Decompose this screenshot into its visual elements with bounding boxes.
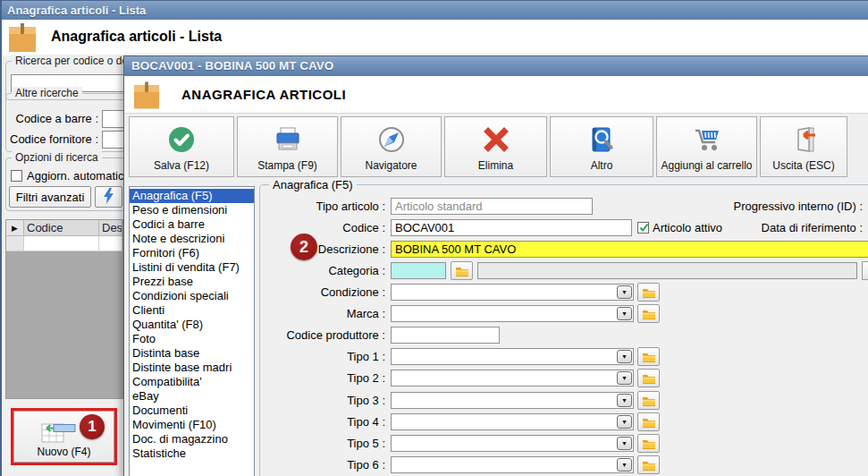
- section-item-distinta-base[interactable]: Distinta base: [130, 346, 254, 361]
- categoria-extra-button[interactable]: [862, 261, 868, 280]
- new-record-icon: [39, 419, 79, 444]
- tipo5-folder-button[interactable]: [637, 434, 660, 453]
- checkmark-icon: [638, 222, 650, 234]
- section-item-compatibilita[interactable]: Compatibilita': [130, 375, 254, 389]
- section-item-distinte-base-madri[interactable]: Distinte base madri: [130, 361, 254, 375]
- tipo2-folder-button[interactable]: [637, 369, 660, 387]
- search-group-label: Ricerca per codice o des: [12, 55, 137, 67]
- section-item-foto[interactable]: Foto: [130, 332, 254, 346]
- quick-search-button[interactable]: [95, 186, 122, 208]
- tipo1-select[interactable]: ▼: [391, 348, 634, 365]
- tipo3-label: Tipo 3 :: [249, 392, 385, 409]
- section-item-codici-a-barre[interactable]: Codici a barre: [130, 217, 254, 232]
- codice-produttore-label: Codice produttore :: [249, 327, 385, 344]
- other-button[interactable]: Altro: [550, 116, 653, 177]
- section-item-peso-e-dimensioni[interactable]: Peso e dimensioni: [130, 203, 254, 217]
- dialog-header: ANAGRAFICA ARTICOLI: [124, 76, 868, 114]
- red-x-icon: [481, 124, 511, 155]
- section-item-listini-di-vendita[interactable]: Listini di vendita (F7): [130, 260, 254, 275]
- data-riferimento-label: Data di riferimento :: [762, 219, 863, 236]
- categoria-folder-button[interactable]: [451, 261, 473, 280]
- tipo3-folder-button[interactable]: [637, 391, 660, 410]
- chevron-down-icon[interactable]: ▼: [617, 285, 632, 299]
- descrizione-label: Descrizione :: [249, 241, 385, 258]
- section-item-doc-di-magazzino[interactable]: Doc. di magazzino: [130, 432, 254, 446]
- section-item-condizioni-speciali[interactable]: Condizioni speciali: [130, 289, 254, 303]
- articolo-attivo-checkbox[interactable]: [637, 222, 649, 234]
- chevron-down-icon[interactable]: ▼: [617, 307, 632, 320]
- chevron-down-icon[interactable]: ▼: [617, 437, 632, 450]
- add-to-cart-button[interactable]: Aggiungi al carrello: [656, 116, 757, 177]
- section-item-fornitori[interactable]: Fornitori (F6): [130, 246, 254, 260]
- dialog-titlebar[interactable]: BOCAV001 - BOBINA 500 MT CAVO: [124, 56, 868, 76]
- advanced-filters-button[interactable]: Filtri avanzati: [9, 186, 91, 208]
- section-list: Anagrafica (F5) Peso e dimensioni Codici…: [129, 186, 255, 476]
- folder-icon: [642, 373, 656, 384]
- print-button[interactable]: Stampa (F9): [237, 116, 338, 177]
- row-marker-icon: ▶: [6, 220, 24, 236]
- condizione-folder-button[interactable]: [637, 283, 660, 302]
- condizione-select[interactable]: ▼: [391, 284, 634, 301]
- tipo4-folder-button[interactable]: [637, 412, 660, 431]
- tipo-articolo-field[interactable]: Articolo standard: [391, 198, 593, 215]
- folder-icon: [455, 266, 469, 276]
- codice-label: Codice :: [249, 219, 385, 236]
- anagrafica-group-label: Anagrafica (F5): [269, 178, 357, 191]
- background-window-titlebar[interactable]: Anagrafica articoli - Lista: [0, 0, 868, 20]
- delete-button[interactable]: Elimina: [444, 116, 547, 177]
- section-item-documenti[interactable]: Documenti: [130, 404, 254, 418]
- codice-field[interactable]: BOCAV001: [391, 219, 632, 236]
- page-title: Anagrafica articoli - Lista: [51, 29, 222, 45]
- codice-produttore-field[interactable]: [391, 327, 500, 344]
- package-box-icon: [8, 22, 37, 55]
- marca-folder-button[interactable]: [637, 304, 660, 323]
- tipo2-select[interactable]: ▼: [391, 370, 634, 387]
- descrizione-field[interactable]: BOBINA 500 MT CAVO: [391, 241, 868, 258]
- tipo6-select[interactable]: ▼: [391, 456, 634, 473]
- section-item-movimenti[interactable]: Movimenti (F10): [130, 418, 254, 432]
- section-item-ebay[interactable]: eBay: [130, 389, 254, 404]
- tipo5-select[interactable]: ▼: [391, 435, 634, 452]
- navigator-button[interactable]: Navigatore: [341, 116, 442, 177]
- categoria-path-field[interactable]: [477, 262, 857, 279]
- table-row[interactable]: [6, 236, 122, 251]
- background-window-title: Anagrafica articoli - Lista: [7, 4, 146, 17]
- chevron-down-icon[interactable]: ▼: [617, 371, 632, 385]
- printer-icon: [273, 124, 303, 155]
- supplier-code-label: Codice fornitore :: [7, 131, 98, 149]
- column-header-desc[interactable]: Desc: [99, 220, 122, 236]
- results-table-header: ▶ Codice Desc: [6, 220, 122, 236]
- column-header-codice[interactable]: Codice: [24, 220, 99, 236]
- exit-door-icon: [788, 124, 819, 155]
- tipo6-folder-button[interactable]: [637, 455, 660, 474]
- tipo4-label: Tipo 4 :: [249, 413, 385, 430]
- chevron-down-icon[interactable]: ▼: [617, 415, 632, 429]
- tipo1-folder-button[interactable]: [637, 347, 660, 366]
- section-item-statistiche[interactable]: Statistiche: [130, 446, 254, 461]
- tipo6-label: Tipo 6 :: [249, 456, 385, 473]
- marca-select[interactable]: ▼: [391, 305, 634, 322]
- cart-icon: [691, 124, 723, 155]
- section-item-note-e-descrizioni[interactable]: Note e descrizioni: [130, 232, 254, 246]
- tipo3-select[interactable]: ▼: [391, 392, 634, 409]
- folder-icon: [642, 309, 656, 319]
- folder-icon: [642, 352, 656, 362]
- chevron-down-icon[interactable]: ▼: [617, 394, 632, 407]
- section-item-prezzi-base[interactable]: Prezzi base: [130, 275, 254, 289]
- compass-icon: [376, 124, 407, 155]
- auto-update-checkbox[interactable]: [11, 170, 22, 182]
- section-item-clienti[interactable]: Clienti: [130, 303, 254, 318]
- tipo4-select[interactable]: ▼: [391, 413, 634, 430]
- nuovo-button-highlight: Nuovo (F4): [11, 408, 117, 465]
- section-item-anagrafica[interactable]: Anagrafica (F5): [130, 189, 254, 203]
- section-item-quantita[interactable]: Quantita' (F8): [130, 318, 254, 332]
- annotation-badge-2: 2: [291, 234, 317, 260]
- folder-icon: [642, 287, 656, 298]
- chevron-down-icon[interactable]: ▼: [617, 458, 632, 472]
- chevron-down-icon[interactable]: ▼: [617, 350, 632, 363]
- save-button[interactable]: Salva (F12): [129, 116, 234, 177]
- categoria-label: Categoria :: [249, 262, 385, 279]
- exit-button[interactable]: Uscita (ESC): [760, 116, 847, 177]
- categoria-color-field[interactable]: [391, 262, 446, 279]
- search-options-group-label: Opzioni di ricerca: [12, 151, 102, 164]
